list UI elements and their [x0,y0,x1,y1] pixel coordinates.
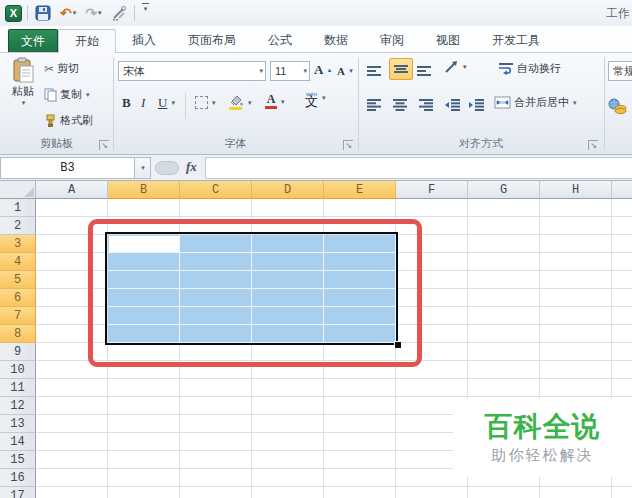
shrink-font-button[interactable]: A▼ [337,62,354,80]
font-color-button[interactable]: A ▾ [265,94,285,109]
column-header-H[interactable]: H [540,181,612,199]
formula-input[interactable] [205,157,632,179]
row-header-3[interactable]: 3 [0,235,36,253]
borders-button[interactable]: ▾ [195,96,216,109]
orientation-dropdown-icon[interactable]: ▾ [463,63,467,71]
font-name-dropdown-icon[interactable]: ▾ [259,67,263,75]
paste-button[interactable]: 粘贴 ▾ [4,57,42,137]
format-painter-button[interactable]: 格式刷 [44,113,93,128]
number-format-combo[interactable]: 常规 [608,61,632,81]
row-header-6[interactable]: 6 [0,289,36,307]
row-header-8[interactable]: 8 [0,325,36,343]
row-header-16[interactable]: 16 [0,469,36,487]
row-header-14[interactable]: 14 [0,433,36,451]
fill-color-dropdown-icon[interactable]: ▾ [248,99,252,107]
redo-icon: ↷ [85,6,97,20]
column-header-E[interactable]: E [324,181,396,199]
fill-color-button[interactable]: ▾ [228,94,252,111]
alignment-dialog-launcher-icon[interactable]: ↘ [588,140,598,150]
phonetic-dropdown-icon[interactable]: ▾ [322,94,326,102]
align-bottom-icon [416,65,432,77]
grow-font-button[interactable]: A▲ [314,60,332,80]
phonetic-guide-button[interactable]: wén 文 ▾ [305,91,326,105]
qat-more-button[interactable]: ▾ [140,3,151,23]
row-header-7[interactable]: 7 [0,307,36,325]
bold-button[interactable]: B [122,95,131,111]
align-right-button[interactable] [418,94,434,116]
font-name-combo[interactable]: 宋体 ▾ [118,61,266,81]
underline-dropdown-icon[interactable]: ▾ [171,99,175,107]
merge-center-dropdown-icon[interactable]: ▾ [573,99,577,107]
font-size-dropdown-icon[interactable]: ▾ [303,67,307,75]
font-dialog-launcher-icon[interactable]: ↘ [343,140,353,150]
shrink-arrow-icon: ▼ [348,68,354,74]
undo-button[interactable]: ↶▾ [58,3,78,23]
insert-function-button[interactable]: fx [186,159,197,175]
copy-button[interactable]: 复制 ▾ [44,87,90,102]
row-header-10[interactable]: 10 [0,361,36,379]
row-header-12[interactable]: 12 [0,397,36,415]
excel-logo-icon[interactable]: X [5,5,22,22]
column-header-D[interactable]: D [252,181,324,199]
redo-button[interactable]: ↷▾ [83,3,103,23]
column-header-A[interactable]: A [36,181,108,199]
font-color-dropdown-icon[interactable]: ▾ [281,98,285,106]
row-header-2[interactable]: 2 [0,217,36,235]
customize-tools-button[interactable] [109,3,129,23]
redo-dropdown-icon[interactable]: ▾ [98,9,102,17]
formula-bar-handle[interactable] [155,161,179,175]
wrap-text-button[interactable]: 自动换行 [498,61,561,76]
tab-view[interactable]: 视图 [420,29,476,52]
name-box-dropdown[interactable]: ▾ [135,157,151,179]
coins-icon [608,98,627,115]
row-header-9[interactable]: 9 [0,343,36,361]
row-header-11[interactable]: 11 [0,379,36,397]
italic-button[interactable]: I [141,95,145,111]
align-bottom-button[interactable] [416,60,432,82]
tab-formulas[interactable]: 公式 [252,29,308,52]
underline-button[interactable]: U ▾ [158,95,175,111]
accounting-format-button[interactable] [608,95,627,117]
tab-home[interactable]: 开始 [58,29,116,53]
column-header-F[interactable]: F [396,181,468,199]
tab-developer[interactable]: 开发工具 [476,29,556,52]
grow-font-label: A [314,62,323,78]
font-size-value: 11 [275,65,286,77]
column-header-partial[interactable] [612,181,632,199]
align-top-button[interactable] [366,60,382,82]
orientation-button[interactable]: ▾ [444,60,467,74]
align-center-icon [392,99,408,111]
row-header-17[interactable]: 17 [0,487,36,498]
separator [27,5,28,21]
borders-dropdown-icon[interactable]: ▾ [212,99,216,107]
tab-data[interactable]: 数据 [308,29,364,52]
align-middle-button[interactable] [389,58,413,80]
paste-dropdown-icon[interactable]: ▾ [22,99,26,107]
undo-dropdown-icon[interactable]: ▾ [73,9,77,17]
tab-insert[interactable]: 插入 [116,29,172,52]
merge-center-button[interactable]: 合并后居中 ▾ [494,95,577,110]
tab-file[interactable]: 文件 [8,29,58,52]
font-size-combo[interactable]: 11 ▾ [270,61,310,81]
increase-indent-button[interactable] [468,94,485,116]
align-left-button[interactable] [366,94,382,116]
select-all-corner[interactable] [0,181,36,199]
align-center-button[interactable] [392,94,408,116]
row-header-13[interactable]: 13 [0,415,36,433]
row-header-4[interactable]: 4 [0,253,36,271]
row-header-15[interactable]: 15 [0,451,36,469]
row-header-5[interactable]: 5 [0,271,36,289]
column-header-C[interactable]: C [180,181,252,199]
borders-icon [195,96,208,109]
column-header-B[interactable]: B [108,181,180,199]
clipboard-dialog-launcher-icon[interactable]: ↘ [99,140,109,150]
decrease-indent-button[interactable] [444,94,461,116]
save-button[interactable] [33,3,53,23]
column-header-G[interactable]: G [468,181,540,199]
cut-button[interactable]: ✂ 剪切 [44,61,79,76]
quick-access-toolbar: X ↶▾ ↷▾ ▾ 工作 [0,0,632,26]
tab-review[interactable]: 审阅 [364,29,420,52]
row-header-1[interactable]: 1 [0,199,36,217]
name-box[interactable]: B3 [0,157,135,179]
tab-page-layout[interactable]: 页面布局 [172,29,252,52]
